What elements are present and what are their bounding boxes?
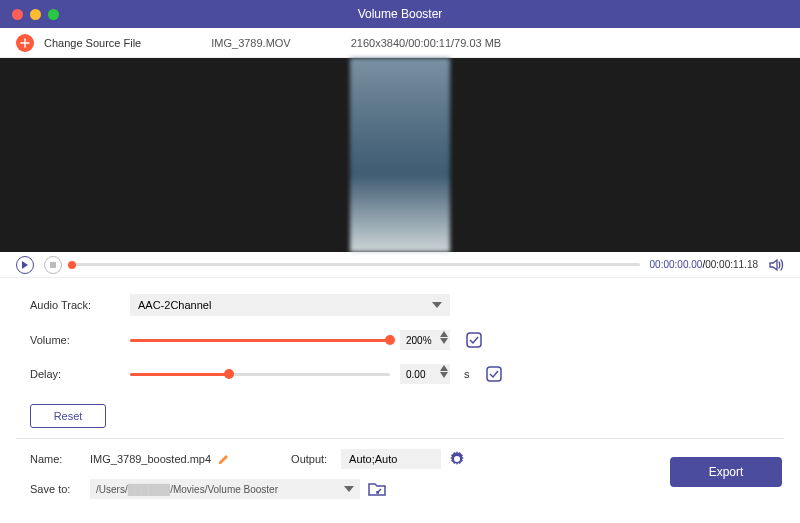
output-settings-button[interactable] <box>449 451 465 467</box>
minimize-window-button[interactable] <box>30 9 41 20</box>
saveto-label: Save to: <box>30 483 90 495</box>
reset-button[interactable]: Reset <box>30 404 106 428</box>
time-current: 00:00:00.00 <box>650 259 703 270</box>
speaker-icon <box>768 257 784 273</box>
delay-unit: s <box>464 368 470 380</box>
delay-stepper[interactable]: 0.00 <box>400 364 450 384</box>
titlebar: Volume Booster <box>0 0 800 28</box>
stepper-down-icon[interactable] <box>440 372 448 378</box>
volume-value: 200% <box>406 335 432 346</box>
export-button[interactable]: Export <box>670 457 782 487</box>
output-bar: Name: IMG_3789_boosted.mp4 Output: Auto;… <box>0 439 800 521</box>
time-display: 00:00:00.00/00:00:11.18 <box>650 259 758 270</box>
traffic-lights <box>0 9 59 20</box>
saveto-select[interactable]: /Users/██████/Movies/Volume Booster <box>90 479 360 499</box>
play-icon <box>21 261 29 269</box>
saveto-path: /Users/██████/Movies/Volume Booster <box>96 484 278 495</box>
stop-icon <box>50 262 56 268</box>
volume-slider-fill <box>130 339 390 342</box>
stepper-up-icon[interactable] <box>440 365 448 371</box>
playback-bar: 00:00:00.00/00:00:11.18 <box>0 252 800 278</box>
output-format-select[interactable]: Auto;Auto <box>341 449 441 469</box>
stepper-down-icon[interactable] <box>440 338 448 344</box>
delay-slider[interactable] <box>130 373 390 376</box>
pencil-icon <box>217 452 231 466</box>
audio-track-value: AAC-2Channel <box>138 299 211 311</box>
svg-rect-2 <box>487 367 501 381</box>
plus-icon <box>20 38 30 48</box>
delay-slider-fill <box>130 373 229 376</box>
video-preview <box>0 58 800 252</box>
volume-button[interactable] <box>768 257 784 273</box>
output-label: Output: <box>291 453 341 465</box>
change-source-button[interactable] <box>16 34 34 52</box>
check-icon <box>466 332 482 348</box>
time-duration: 00:00:11.18 <box>705 259 758 270</box>
maximize-window-button[interactable] <box>48 9 59 20</box>
chevron-down-icon <box>344 486 354 492</box>
delay-apply-button[interactable] <box>486 366 502 382</box>
close-window-button[interactable] <box>12 9 23 20</box>
window-title: Volume Booster <box>358 7 443 21</box>
check-icon <box>486 366 502 382</box>
timeline-slider[interactable] <box>72 263 640 266</box>
browse-folder-button[interactable] <box>368 481 386 497</box>
volume-label: Volume: <box>30 334 130 346</box>
audio-track-select[interactable]: AAC-2Channel <box>130 294 450 316</box>
delay-label: Delay: <box>30 368 130 380</box>
timeline-thumb[interactable] <box>68 261 76 269</box>
svg-rect-1 <box>467 333 481 347</box>
audio-track-label: Audio Track: <box>30 299 130 311</box>
stepper-up-icon[interactable] <box>440 331 448 337</box>
chevron-down-icon <box>432 302 442 308</box>
audio-controls: Audio Track: AAC-2Channel Volume: 200% <box>0 278 800 438</box>
source-bar: Change Source File IMG_3789.MOV 2160x384… <box>0 28 800 58</box>
volume-stepper[interactable]: 200% <box>400 330 450 350</box>
folder-icon <box>368 481 386 497</box>
svg-rect-0 <box>50 262 56 268</box>
change-source-label[interactable]: Change Source File <box>44 37 141 49</box>
delay-slider-thumb[interactable] <box>224 369 234 379</box>
play-button[interactable] <box>16 256 34 274</box>
delay-value: 0.00 <box>406 369 425 380</box>
output-format-value: Auto;Auto <box>349 453 397 465</box>
edit-name-button[interactable] <box>217 452 231 466</box>
volume-apply-button[interactable] <box>466 332 482 348</box>
name-label: Name: <box>30 453 90 465</box>
gear-icon <box>449 451 465 467</box>
source-info: 2160x3840/00:00:11/79.03 MB <box>351 37 501 49</box>
stop-button[interactable] <box>44 256 62 274</box>
volume-slider[interactable] <box>130 339 390 342</box>
source-filename: IMG_3789.MOV <box>211 37 290 49</box>
volume-slider-thumb[interactable] <box>385 335 395 345</box>
output-name: IMG_3789_boosted.mp4 <box>90 453 211 465</box>
video-frame <box>350 58 450 252</box>
